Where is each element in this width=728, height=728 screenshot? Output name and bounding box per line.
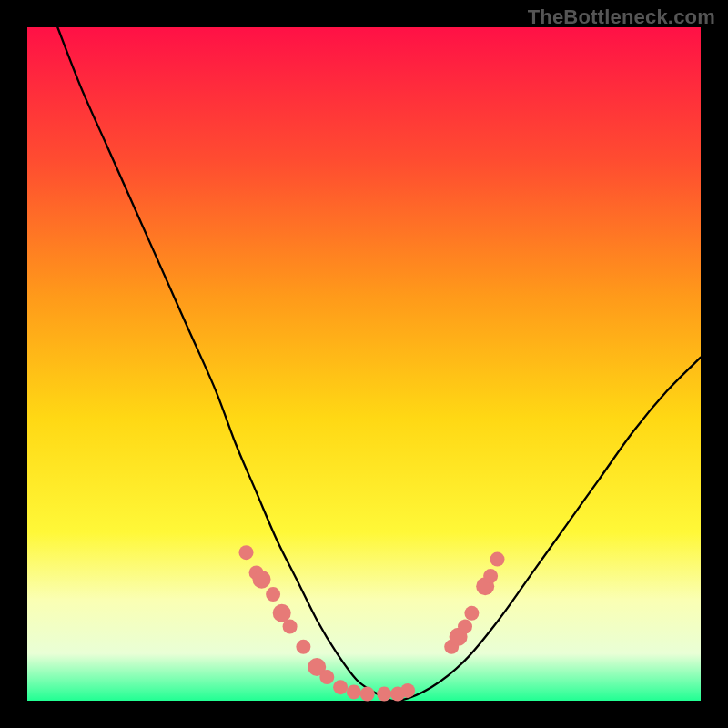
- curve-marker: [239, 545, 254, 560]
- curve-marker: [333, 680, 348, 694]
- curve-marker: [273, 604, 291, 622]
- curve-marker: [266, 587, 280, 602]
- chart-frame: TheBottleneck.com: [0, 0, 728, 728]
- curve-marker: [464, 606, 479, 621]
- curve-marker: [490, 552, 505, 567]
- watermark-text: TheBottleneck.com: [528, 5, 715, 29]
- curve-marker: [283, 620, 298, 634]
- gradient-background: [27, 27, 701, 701]
- curve-marker: [458, 620, 472, 634]
- curve-marker: [400, 683, 415, 698]
- curve-marker: [253, 571, 271, 589]
- curve-marker: [360, 687, 375, 702]
- curve-marker: [296, 640, 310, 654]
- curve-marker: [483, 569, 498, 583]
- curve-marker: [347, 684, 361, 699]
- curve-marker: [319, 670, 334, 684]
- curve-marker: [377, 687, 391, 702]
- bottleneck-chart: [0, 0, 728, 728]
